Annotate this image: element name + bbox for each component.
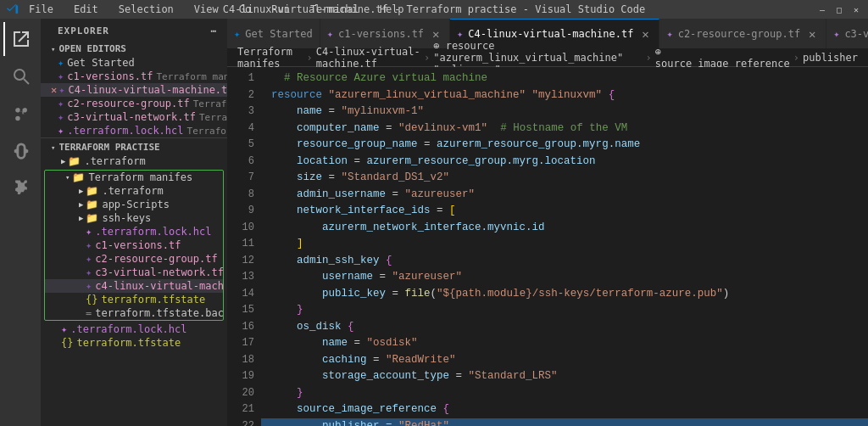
open-editors-section: ▾ OPEN EDITORS ✦ Get Started ✦ c1-versio… [41, 40, 227, 138]
tab-c2-resource-group[interactable]: ✦ c2-resource-group.tf ✕ [659, 19, 826, 48]
json-root-icon: {} [61, 337, 73, 349]
breadcrumb-sep-1: › [307, 52, 313, 64]
c3-tab-icon: ✦ [833, 28, 839, 40]
file-c1-versions[interactable]: ✦ c1-versions.tf [45, 238, 223, 252]
tf-file-icon-c3: ✦ [58, 111, 64, 123]
folder-app-scripts[interactable]: ▶ 📁 app-Scripts [45, 198, 223, 211]
new-file-icon[interactable]: ⋯ [210, 25, 217, 36]
debug-activity-icon[interactable] [3, 134, 37, 168]
breadcrumb-sep-4: › [793, 52, 799, 64]
extensions-activity-icon[interactable] [3, 171, 37, 205]
file-tree: ▾ OPEN EDITORS ✦ Get Started ✦ c1-versio… [41, 40, 227, 426]
open-editor-terraform-lock[interactable]: ✦ .terraform.lock.hcl Terraform man... [41, 124, 227, 137]
code-editor[interactable]: 123456 789101112 131415161718 1920212223… [227, 67, 868, 426]
main-layout: EXPLORER ⋯ ▾ OPEN EDITORS ✦ Get Started [0, 19, 868, 426]
file-root-terraform-tfstate[interactable]: {} terraform.tfstate [41, 336, 227, 350]
ssh-keys-chevron: ▶ [79, 214, 83, 222]
folder-app-scripts-icon: 📁 [86, 199, 98, 210]
breadcrumb-sep-2: › [424, 52, 430, 64]
sub-chevron: ▶ [79, 187, 83, 195]
folder-ssh-keys-icon: 📁 [86, 212, 98, 224]
window-title: C4-linux-virtual-machine.tf - Terraform … [223, 3, 646, 15]
file-c2-resource-group[interactable]: ✦ c2-resource-group.tf [45, 252, 223, 266]
file-root-terraform-lock[interactable]: ✦ .terraform.lock.hcl [41, 322, 227, 336]
file-terraform-lock-hcl[interactable]: ✦ .terraform.lock.hcl [45, 225, 223, 238]
breadcrumb-sep-3: › [646, 52, 652, 64]
breadcrumb-item-publisher[interactable]: publisher [803, 52, 858, 64]
file-c4-linux-vm[interactable]: ✦ c4-linux-virtual-machine.tf [45, 279, 223, 293]
folder-terraform-manifes[interactable]: ▾ 📁 Terraform manifes [45, 171, 223, 184]
file-c3-virtual-network[interactable]: ✦ c3-virtual-network.tf [45, 266, 223, 279]
editor-area: ✦ Get Started ✦ c1-versions.tf ✕ ✦ C4-li… [227, 19, 868, 426]
menu-view[interactable]: View [189, 3, 224, 15]
breadcrumb-item-manifes[interactable]: Terraform manifes [237, 46, 303, 70]
explorer-activity-icon[interactable] [3, 22, 37, 56]
tfstate-backup-icon: = [86, 307, 92, 319]
menu-edit[interactable]: Edit [69, 3, 103, 15]
tf-file-icon: ✦ [58, 70, 64, 82]
svg-line-1 [24, 79, 29, 84]
tab-close-c2[interactable]: ✕ [805, 27, 819, 41]
tf-icon-c2: ✦ [86, 253, 92, 265]
tf-icon-c1: ✦ [86, 239, 92, 251]
get-started-tab-icon: ✦ [234, 28, 240, 40]
app-scripts-chevron: ▶ [79, 200, 83, 209]
menu-selection[interactable]: Selection [114, 3, 179, 15]
terraform-practise-chevron: ▾ [51, 143, 55, 152]
window-controls: — □ ✕ [817, 4, 861, 14]
tab-c3-virtual-network[interactable]: ✦ c3-virtual-network.tf ✕ [826, 19, 868, 48]
open-editor-c1-versions[interactable]: ✦ c1-versions.tf Terraform manifes [41, 70, 227, 83]
folder-sub-icon: 📁 [86, 185, 98, 197]
sidebar: EXPLORER ⋯ ▾ OPEN EDITORS ✦ Get Started [41, 19, 227, 426]
folder-ssh-keys[interactable]: ▶ 📁 ssh-keys [45, 211, 223, 225]
activity-bar [0, 19, 41, 426]
tab-c1-versions[interactable]: ✦ c1-versions.tf ✕ [320, 19, 450, 48]
terraform-practise-label[interactable]: ▾ TERRAFORM PRACTISE [41, 138, 227, 154]
tf-icon-c4: ✦ [86, 280, 92, 292]
close-button[interactable]: ✕ [851, 4, 861, 14]
breadcrumb-item-source-image[interactable]: ⊕ source_image_reference [655, 46, 790, 70]
minimize-button[interactable]: — [817, 4, 827, 14]
tf-file-icon-active: ✦ [58, 84, 64, 96]
sidebar-title: EXPLORER ⋯ [41, 19, 227, 40]
terraform-manifes-group: ▾ 📁 Terraform manifes ▶ 📁 .terraform ▶ 📁… [44, 170, 224, 321]
folder-terraform-sub[interactable]: ▶ 📁 .terraform [45, 184, 223, 198]
svg-point-0 [14, 70, 25, 80]
c4-tab-icon: ✦ [457, 28, 463, 40]
tf-file-icon-c2: ✦ [58, 98, 64, 109]
tf-icon-c3: ✦ [86, 266, 92, 278]
menu-file[interactable]: File [24, 3, 58, 15]
hcl-icon: ✦ [86, 226, 92, 238]
line-numbers: 123456 789101112 131415161718 1920212223… [227, 67, 261, 426]
c1-tab-icon: ✦ [327, 28, 333, 40]
open-editor-c2-resource-group[interactable]: ✦ c2-resource-group.tf Terraform... [41, 97, 227, 110]
sidebar-actions: ⋯ [210, 25, 217, 36]
hcl-root-icon: ✦ [61, 323, 67, 335]
source-control-activity-icon[interactable] [3, 97, 37, 131]
open-editors-chevron: ▾ [51, 45, 55, 53]
open-editor-c4-linux[interactable]: ✕ ✦ C4-linux-virtual-machine.tf Terr... [41, 83, 227, 97]
get-started-icon: ✦ [58, 57, 64, 69]
vscode-logo-icon [7, 3, 19, 15]
folder-terraform-root[interactable]: ▶ 📁 .terraform [41, 154, 227, 168]
json-icon: {} [86, 294, 97, 305]
search-activity-icon[interactable] [3, 59, 37, 93]
open-editor-get-started[interactable]: ✦ Get Started [41, 56, 227, 70]
breadcrumb: Terraform manifes › C4-linux-virtual-mac… [227, 48, 868, 67]
folder-chevron: ▶ [61, 157, 65, 165]
file-terraform-tfstate[interactable]: {} terraform.tfstate [45, 293, 223, 306]
hcl-file-icon: ✦ [58, 125, 64, 137]
file-terraform-tfstate-backup[interactable]: = terraform.tfstate.backup [45, 306, 223, 320]
breadcrumb-item-file[interactable]: C4-linux-virtual-machine.tf [316, 46, 420, 70]
title-bar: File Edit Selection View Go Run Terminal… [0, 0, 868, 19]
maximize-button[interactable]: □ [834, 4, 844, 14]
open-editors-label[interactable]: ▾ OPEN EDITORS [41, 40, 227, 56]
open-editor-c3-virtual-network[interactable]: ✦ c3-virtual-network.tf Terraform ... [41, 110, 227, 124]
folder-icon: 📁 [68, 155, 81, 167]
code-content[interactable]: # Resource Azure virtual machine resourc… [261, 67, 868, 426]
folder-manifes-chevron: ▾ [65, 173, 70, 182]
c2-tab-icon: ✦ [666, 28, 672, 40]
tab-get-started[interactable]: ✦ Get Started [227, 19, 320, 48]
folder-manifes-icon: 📁 [72, 171, 85, 183]
